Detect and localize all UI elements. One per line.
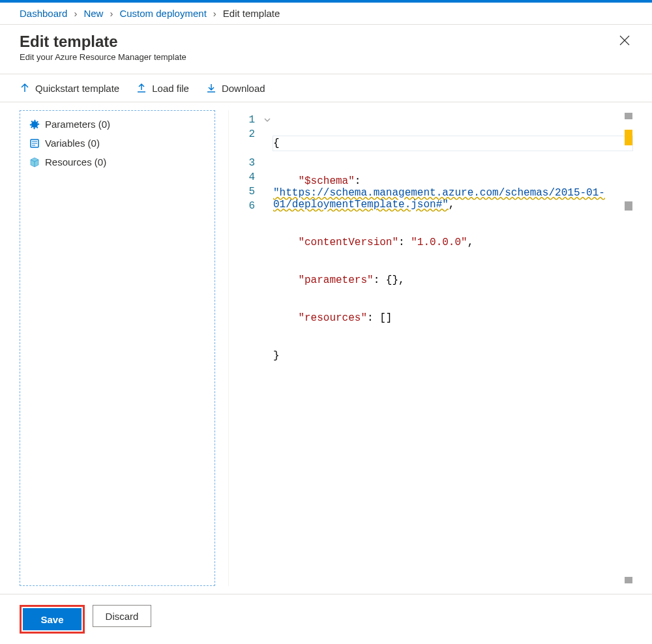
chevron-right-icon: › bbox=[74, 8, 77, 19]
download-button[interactable]: Download bbox=[206, 83, 265, 94]
sidebar-item-label: Resources (0) bbox=[45, 156, 106, 168]
scroll-marker bbox=[625, 113, 632, 119]
page-header: Edit template Edit your Azure Resource M… bbox=[0, 25, 652, 74]
line-number: 4 bbox=[229, 170, 261, 184]
fold-column bbox=[261, 110, 273, 586]
code-key-contentversion: "contentVersion" bbox=[298, 237, 398, 248]
quickstart-template-button[interactable]: Quickstart template bbox=[20, 83, 119, 94]
code-val-parameters: {} bbox=[386, 274, 398, 286]
breadcrumb: Dashboard › New › Custom deployment › Ed… bbox=[0, 3, 652, 25]
arrow-up-icon bbox=[20, 83, 30, 93]
save-button[interactable]: Save bbox=[23, 608, 82, 630]
sidebar-item-parameters[interactable]: Parameters (0) bbox=[20, 115, 215, 134]
line-number: 5 bbox=[229, 184, 261, 199]
page-title: Edit template bbox=[20, 33, 186, 51]
code-val-resources: [] bbox=[379, 312, 392, 324]
chevron-down-icon bbox=[264, 117, 271, 123]
chevron-right-icon: › bbox=[213, 8, 216, 19]
download-label: Download bbox=[222, 83, 265, 94]
discard-button[interactable]: Discard bbox=[93, 605, 151, 627]
sidebar-item-label: Variables (0) bbox=[45, 138, 100, 149]
line-number: 2 bbox=[229, 127, 261, 141]
code-val-schema: "https://schema.management.azure.com/sch… bbox=[273, 187, 605, 211]
code-content[interactable]: { "$schema": "https://schema.management.… bbox=[273, 110, 632, 586]
load-file-button[interactable]: Load file bbox=[136, 83, 189, 94]
parameters-icon bbox=[29, 119, 40, 130]
code-editor[interactable]: 1 2 3 4 5 6 { "$schema": "https://schema… bbox=[228, 110, 632, 586]
close-icon bbox=[619, 35, 630, 46]
scroll-highlight-marker bbox=[625, 130, 632, 145]
breadcrumb-custom-deployment[interactable]: Custom deployment bbox=[119, 8, 206, 19]
save-highlight: Save bbox=[20, 605, 85, 634]
code-key-parameters: "parameters" bbox=[298, 274, 373, 286]
resources-icon bbox=[29, 157, 40, 168]
template-tree: Parameters (0) Variables (0) Resources (… bbox=[20, 110, 215, 586]
fold-toggle[interactable] bbox=[261, 113, 273, 127]
sidebar-item-variables[interactable]: Variables (0) bbox=[20, 134, 215, 153]
variables-icon bbox=[29, 138, 40, 149]
scroll-marker bbox=[625, 577, 632, 583]
chevron-right-icon: › bbox=[110, 8, 113, 19]
breadcrumb-dashboard[interactable]: Dashboard bbox=[20, 8, 67, 19]
line-number-gutter: 1 2 3 4 5 6 bbox=[229, 110, 261, 586]
load-file-label: Load file bbox=[152, 83, 189, 94]
code-val-contentversion: "1.0.0.0" bbox=[411, 237, 467, 248]
upload-icon bbox=[136, 83, 147, 93]
breadcrumb-new[interactable]: New bbox=[83, 8, 103, 19]
quickstart-template-label: Quickstart template bbox=[35, 83, 119, 94]
sidebar-item-resources[interactable]: Resources (0) bbox=[20, 153, 215, 171]
sidebar-item-label: Parameters (0) bbox=[45, 119, 110, 130]
download-icon bbox=[206, 83, 216, 93]
scroll-marker bbox=[625, 201, 632, 211]
breadcrumb-current: Edit template bbox=[223, 8, 280, 19]
scrollbar[interactable] bbox=[625, 110, 632, 586]
page-subtitle: Edit your Azure Resource Manager templat… bbox=[20, 52, 186, 62]
line-number: 1 bbox=[229, 113, 261, 127]
main-content: Parameters (0) Variables (0) Resources (… bbox=[0, 102, 652, 594]
code-key-resources: "resources" bbox=[298, 312, 367, 324]
line-number: 6 bbox=[229, 199, 261, 213]
close-button[interactable] bbox=[617, 33, 632, 48]
toolbar: Quickstart template Load file Download bbox=[0, 74, 652, 102]
code-key-schema: "$schema" bbox=[298, 175, 354, 187]
footer-actions: Save Discard bbox=[0, 594, 652, 644]
line-number: 3 bbox=[229, 156, 261, 170]
